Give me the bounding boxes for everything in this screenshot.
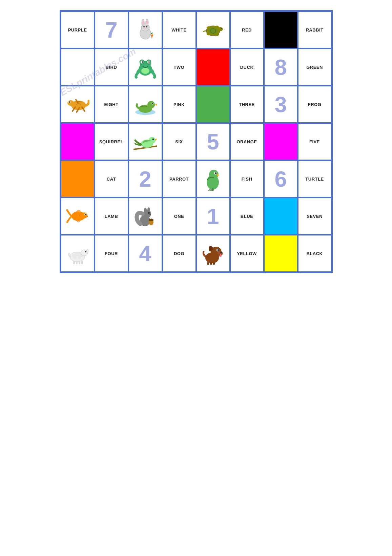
cell-bird-label: BIRD (95, 48, 128, 86)
cell-2: 2 (128, 160, 162, 198)
cell-rabbit-label: RABBIT (298, 11, 332, 48)
rabbit-carrot-icon (133, 18, 157, 42)
svg-point-15 (221, 28, 222, 29)
number-6: 6 (274, 166, 287, 192)
cell-label-lamb: LAMB (105, 214, 118, 219)
cell-label-frog: FROG (308, 102, 322, 107)
cell-label-eight: EIGHT (104, 102, 118, 107)
cell-label-six: SIX (175, 139, 183, 144)
cell-green-color (196, 86, 230, 123)
svg-rect-79 (73, 261, 75, 264)
svg-marker-47 (155, 138, 157, 141)
cell-label-bird: BIRD (106, 65, 117, 70)
cell-6: 6 (264, 160, 298, 198)
svg-rect-90 (207, 262, 209, 265)
svg-rect-91 (210, 262, 212, 265)
svg-point-29 (141, 68, 149, 74)
turtle-icon (201, 21, 225, 39)
cell-5: 5 (196, 123, 230, 160)
svg-point-78 (86, 253, 88, 254)
svg-rect-82 (81, 261, 83, 264)
cell-red-color (196, 48, 230, 86)
cell-six-label: SIX (162, 123, 196, 160)
goldfish-icon (66, 205, 88, 227)
svg-point-32 (67, 100, 74, 106)
cell-1: 1 (196, 198, 230, 235)
cell-label-two: TWO (174, 65, 185, 70)
svg-point-44 (152, 103, 153, 104)
bingo-grid: PURPLE 7 (60, 10, 333, 273)
cell-turtle (196, 11, 230, 48)
cell-four-label: FOUR (95, 235, 128, 272)
cell-label-seven: SEVEN (307, 214, 323, 219)
cell-green-label: GREEN (298, 48, 332, 86)
svg-rect-66 (149, 219, 153, 221)
cell-squirrel-label: SQUIRREL (95, 123, 128, 160)
grid-wrapper: ESLprintables.com PURPLE 7 (60, 10, 333, 273)
cell-frog-label: FROG (298, 86, 332, 123)
svg-point-41 (147, 101, 155, 108)
dog-icon (202, 243, 224, 265)
cell-7: 7 (95, 11, 128, 48)
cell-cyan-color (264, 198, 298, 235)
svg-point-52 (215, 172, 217, 174)
svg-point-27 (142, 61, 143, 63)
number-7: 7 (105, 17, 117, 43)
cell-magenta-color-2 (264, 123, 298, 160)
cell-8: 8 (264, 48, 298, 86)
svg-point-63 (148, 212, 150, 214)
cell-label-fish: FISH (242, 177, 252, 182)
cell-three-label: THREE (230, 86, 264, 123)
cell-3: 3 (264, 86, 298, 123)
svg-rect-80 (76, 261, 78, 264)
cell-label-squirrel: SQUIRREL (99, 139, 123, 144)
cell-label-five: FIVE (309, 139, 320, 144)
svg-marker-42 (154, 104, 157, 106)
cell-label-orange: ORANGE (236, 139, 257, 144)
cell-label-blue: BLUE (241, 214, 253, 219)
cell-4: 4 (128, 235, 162, 272)
number-2: 2 (139, 166, 151, 192)
cell-duck-water (128, 86, 162, 123)
cell-parrot (196, 160, 230, 198)
svg-point-86 (220, 251, 222, 253)
svg-point-77 (85, 251, 86, 252)
svg-point-64 (149, 214, 151, 215)
cell-label-four: FOUR (105, 251, 118, 256)
svg-point-28 (148, 61, 150, 63)
cell-parrot-label: PARROT (162, 160, 196, 198)
cell-eight-label: EIGHT (95, 86, 128, 123)
svg-point-56 (81, 212, 87, 219)
number-1: 1 (207, 204, 219, 229)
cell-duck-label: DUCK (230, 48, 264, 86)
cell-label-cat: CAT (107, 177, 116, 182)
cell-lamb-label: LAMB (95, 198, 128, 235)
cell-label-parrot: PARROT (169, 177, 189, 182)
cell-white: WHITE (162, 11, 196, 48)
cell-turtle-label: TURTLE (298, 160, 332, 198)
svg-point-6 (143, 26, 145, 27)
svg-point-74 (78, 256, 81, 259)
cell-rabbit-carrot (128, 11, 162, 48)
cell-squirrel-img (128, 198, 162, 235)
svg-point-73 (73, 256, 77, 259)
cell-dog-label: DOG (162, 235, 196, 272)
cell-label-turtle: TURTLE (305, 177, 324, 182)
cell-five-label: FIVE (298, 123, 332, 160)
cell-goat (61, 235, 95, 272)
svg-point-7 (146, 26, 147, 27)
lizard-icon (66, 94, 89, 116)
svg-rect-81 (79, 261, 80, 264)
parrot-icon (202, 167, 224, 191)
cell-black-label: BLACK (298, 235, 332, 272)
cell-orange-color (61, 160, 95, 198)
svg-line-11 (152, 33, 152, 34)
number-4: 4 (139, 241, 151, 266)
svg-point-3 (142, 20, 144, 25)
goat-icon (66, 243, 88, 265)
cell-goldfish (61, 198, 95, 235)
cell-label-rabbit: RABBIT (306, 27, 323, 33)
svg-marker-9 (151, 34, 153, 39)
cell-label-yellow: YELLOW (237, 251, 257, 256)
cell-purple: PURPLE (61, 11, 95, 48)
